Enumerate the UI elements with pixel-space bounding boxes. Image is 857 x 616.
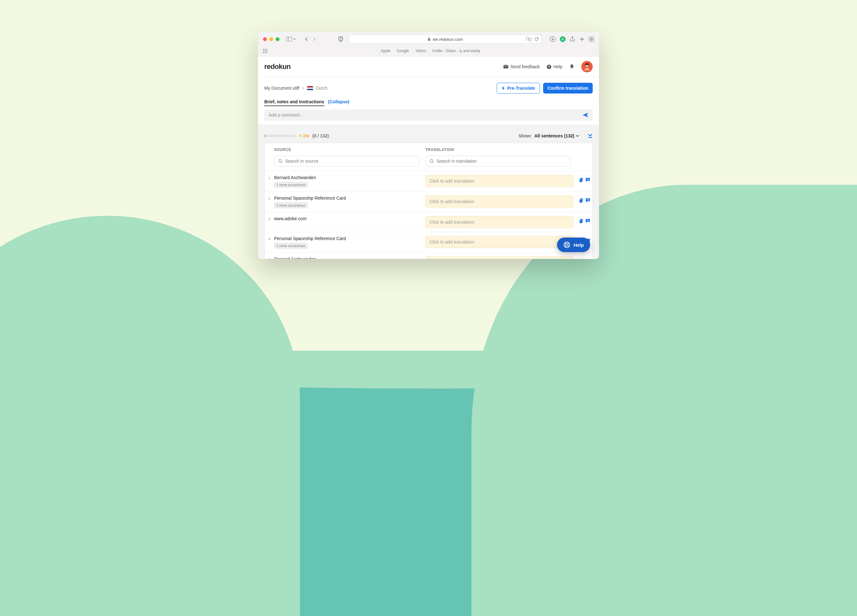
send-feedback-link[interactable]: Send feedback: [503, 64, 540, 69]
breadcrumb-language: Dutch: [316, 86, 328, 91]
bookmark-google[interactable]: Google: [397, 49, 409, 53]
dutch-flag-icon: [307, 86, 313, 90]
apps-grid-icon[interactable]: [263, 49, 267, 53]
downloads-icon[interactable]: [550, 36, 555, 42]
svg-rect-9: [592, 39, 594, 42]
add-comment-icon[interactable]: [585, 218, 590, 224]
chevron-down-icon: [575, 134, 579, 138]
occurrence-badge[interactable]: 1 more occurrence: [274, 243, 308, 249]
svg-line-34: [565, 246, 566, 247]
tab-overview-icon[interactable]: [589, 37, 594, 42]
filter-dropdown[interactable]: All sentences (132): [534, 133, 579, 138]
bell-icon: [569, 64, 574, 70]
logo[interactable]: redokun: [264, 63, 291, 71]
bookmark-gofile[interactable]: Gofile - Share…ly and easily: [432, 49, 480, 53]
svg-point-31: [566, 243, 568, 246]
table-row: 1 Bernard Aschwanden 1 more occurrence C…: [265, 171, 592, 192]
row-number: 5: [265, 257, 274, 259]
send-comment-icon[interactable]: [583, 113, 588, 118]
translation-input[interactable]: Click to add translation: [425, 216, 574, 228]
help-widget-button[interactable]: Help: [557, 238, 590, 252]
app-header: redokun Send feedback ? Help: [258, 57, 599, 77]
comment-input[interactable]: Add a comment...: [264, 109, 593, 121]
svg-point-16: [279, 159, 282, 163]
svg-text:?: ?: [548, 65, 550, 68]
add-comment-icon[interactable]: [585, 198, 590, 203]
share-icon[interactable]: [570, 36, 575, 42]
nav-forward-button[interactable]: [312, 37, 316, 42]
search-translation-input[interactable]: [425, 156, 570, 167]
table-row: 3 www.adobe.com Click to add translation: [265, 212, 592, 232]
url-text: we.redokun.com: [433, 37, 463, 42]
column-translation-header: TRANSLATION: [425, 147, 577, 152]
sidebar-toggle-button[interactable]: [286, 37, 296, 42]
lifebuoy-icon: [563, 241, 570, 248]
source-text: Personal Spaceship Reference Card: [274, 236, 419, 241]
copy-source-icon[interactable]: [579, 178, 583, 183]
new-tab-icon[interactable]: [579, 37, 585, 42]
question-icon: ?: [547, 65, 551, 69]
svg-rect-23: [579, 199, 582, 203]
translation-input[interactable]: Click to add translation: [425, 236, 574, 248]
breadcrumb-document[interactable]: My Document.xliff: [264, 86, 299, 91]
envelope-icon: [503, 65, 508, 68]
table-row: 2 Personal Spaceship Reference Card 1 mo…: [265, 192, 592, 212]
bookmark-yahoo[interactable]: Yahoo: [415, 49, 426, 53]
bookmark-apple[interactable]: Apple: [381, 49, 391, 53]
occurrence-badge[interactable]: 1 more occurrence: [274, 182, 308, 188]
window-controls: [263, 37, 280, 41]
svg-point-18: [430, 159, 433, 163]
chevron-down-icon: [293, 38, 296, 40]
collapse-link[interactable]: (Collapse): [328, 99, 350, 104]
user-avatar[interactable]: [581, 61, 593, 72]
row-number: 1: [265, 175, 274, 180]
reload-icon[interactable]: [534, 37, 539, 42]
table-row: 5 Bernard Aschwanden Click to add transl…: [265, 252, 592, 259]
svg-rect-7: [592, 37, 594, 39]
copy-source-icon[interactable]: [579, 218, 583, 224]
row-number: 4: [265, 236, 274, 241]
progress-bar: [264, 135, 296, 137]
privacy-shield-icon[interactable]: [338, 36, 343, 42]
translation-input[interactable]: Click to add translation: [425, 175, 574, 187]
search-source-input[interactable]: [274, 156, 419, 167]
nav-back-button[interactable]: [305, 37, 308, 42]
add-comment-icon[interactable]: [585, 178, 590, 183]
pre-translate-button[interactable]: Pre-Translate: [497, 83, 540, 93]
svg-line-19: [433, 162, 433, 163]
svg-rect-0: [287, 37, 292, 42]
maximize-window-button[interactable]: [276, 37, 280, 41]
browser-chrome: we.redokun.com G Apple Google Y: [258, 32, 599, 57]
row-number: 2: [265, 195, 274, 201]
translation-input[interactable]: Click to add translation: [425, 257, 574, 259]
translation-table: SOURCE TRANSLATION 1 Bernard Aschwanden: [264, 143, 593, 259]
scroll-to-bottom-icon[interactable]: [588, 134, 593, 138]
progress-count: (0 / 132): [312, 133, 329, 138]
breadcrumb: My Document.xliff > Dutch: [264, 86, 328, 91]
url-bar[interactable]: we.redokun.com: [349, 35, 541, 43]
grammarly-icon[interactable]: G: [560, 36, 566, 42]
confirm-translation-button[interactable]: Confirm translation: [543, 83, 593, 93]
help-link[interactable]: ? Help: [547, 64, 562, 69]
svg-rect-8: [589, 39, 591, 42]
svg-rect-25: [579, 220, 582, 223]
minimize-window-button[interactable]: [269, 37, 273, 41]
close-window-button[interactable]: [263, 37, 267, 41]
browser-window: we.redokun.com G Apple Google Y: [258, 32, 599, 259]
column-source-header: SOURCE: [274, 147, 425, 152]
bookmarks-bar: Apple Google Yahoo Gofile - Share…ly and…: [267, 49, 594, 53]
notifications-button[interactable]: [569, 64, 574, 70]
svg-line-32: [565, 243, 566, 244]
svg-rect-6: [589, 37, 591, 39]
row-number: 3: [265, 216, 274, 221]
comment-placeholder: Add a comment...: [269, 113, 583, 118]
svg-line-35: [568, 246, 569, 247]
occurrence-badge[interactable]: 1 more occurrence: [274, 203, 308, 208]
brief-title: Brief, notes and instructions: [264, 99, 324, 106]
search-icon: [278, 159, 283, 163]
copy-source-icon[interactable]: [579, 198, 583, 203]
translation-input[interactable]: Click to add translation: [425, 195, 574, 207]
source-text: Bernard Aschwanden: [274, 257, 419, 259]
translate-icon[interactable]: [526, 37, 532, 42]
filter-show-label: Show:: [518, 133, 532, 138]
